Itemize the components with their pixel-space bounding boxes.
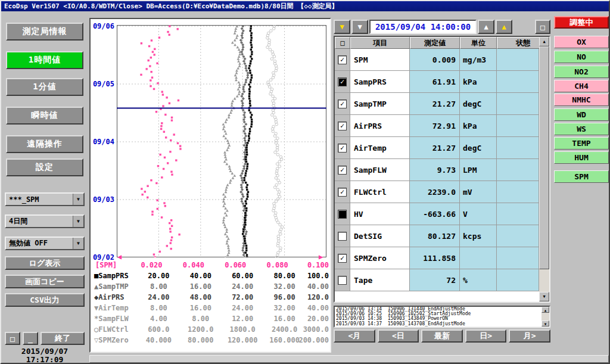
page-forward-button[interactable]: ▲ xyxy=(496,20,512,34)
current-date: 2015/09/07 xyxy=(5,347,85,356)
unit-label: kcps xyxy=(460,225,497,247)
status-item-no2[interactable]: NO2 xyxy=(554,66,609,78)
scroll-up-icon[interactable]: ▲ xyxy=(541,307,549,313)
unit-label: kPa xyxy=(460,115,497,137)
axis-scroll-right-icon[interactable]: ▶ xyxy=(319,253,323,260)
period-select[interactable]: 4日間 ▼ xyxy=(5,214,85,228)
adjust-mode-button[interactable]: 調整中 xyxy=(554,16,609,29)
sidebar-item-hourly-values[interactable]: 1時間値 xyxy=(6,51,83,69)
scroll-up-icon[interactable]: ▲ xyxy=(539,37,549,46)
row-checkbox[interactable]: ✓ xyxy=(338,188,347,197)
status-cell xyxy=(497,269,539,291)
status-item-ch4[interactable]: CH4 xyxy=(554,80,609,92)
log-scrollbar[interactable]: ▲ ▼ xyxy=(541,307,549,326)
screen-copy-button[interactable]: 画面コピー xyxy=(5,275,85,288)
item-name: DetSIG xyxy=(350,225,410,247)
status-item-temp[interactable]: TEMP xyxy=(554,137,609,150)
scroll-down-icon[interactable]: ▼ xyxy=(541,321,549,326)
legend-series-name: ▲SampTMP xyxy=(94,282,129,291)
status-item-ws[interactable]: WS xyxy=(554,123,609,135)
time-nav-bar: <月 <日 最新 日> 月> xyxy=(334,329,550,343)
legend-scale-value: 12.00 xyxy=(225,315,260,323)
status-item-spm[interactable]: SPM xyxy=(554,170,609,183)
table-row: ✓FLWCtrl2239.0mV xyxy=(335,181,549,203)
maximize-button[interactable]: □ xyxy=(5,332,20,345)
status-cell xyxy=(497,181,539,203)
table-row: ✓SampPRS61.91kPa xyxy=(335,71,549,93)
item-name: SPM xyxy=(350,49,410,71)
row-checkbox[interactable]: ✓ xyxy=(338,144,347,153)
checkbox-cell: ✓ xyxy=(335,159,350,181)
status-item-no[interactable]: NO xyxy=(554,51,609,63)
checkbox-cell: ✓ xyxy=(335,93,350,115)
item-name: AirPRS xyxy=(350,115,410,137)
status-item-wd[interactable]: WD xyxy=(554,108,609,121)
step-forward-button[interactable]: ▲ xyxy=(478,20,494,34)
x-axis-label: [SPM] xyxy=(95,261,117,269)
step-back-button[interactable]: ▼ xyxy=(351,20,368,34)
triangle-down-icon: ▼ xyxy=(357,23,362,30)
unit-label: V xyxy=(460,203,497,225)
measured-value: 9.73 xyxy=(410,159,460,181)
title-bar: EcoDsp Ver1507 <IO/A0.8/WDTM/Close> DB=A… xyxy=(1,1,609,11)
log-view-button[interactable]: ログ表示 xyxy=(5,256,85,270)
item-select[interactable]: ***_SPM ▼ xyxy=(5,192,85,206)
row-checkbox[interactable]: ✓ xyxy=(338,77,347,86)
measured-value: -663.66 xyxy=(410,203,460,225)
legend-series-name: ▽SPMZero xyxy=(94,336,129,344)
status-item-ox[interactable]: OX xyxy=(554,36,609,48)
page-back-button[interactable]: ▼ xyxy=(334,20,350,34)
checkbox-cell xyxy=(335,225,350,247)
row-checkbox[interactable] xyxy=(338,232,347,241)
chart-plot[interactable] xyxy=(117,25,326,257)
table-row: ✓AirTemp21.27degC xyxy=(335,137,549,159)
axis-scroll-left-icon[interactable]: ◀ xyxy=(117,253,122,260)
latest-button[interactable]: 最新 xyxy=(421,329,463,343)
row-checkbox[interactable] xyxy=(338,210,347,219)
measured-value: 80.127 xyxy=(410,225,460,247)
status-item-nmhc[interactable]: NMHC xyxy=(554,94,609,106)
status-cell xyxy=(497,137,539,159)
row-checkbox[interactable]: ✓ xyxy=(338,122,347,130)
row-checkbox[interactable] xyxy=(338,276,347,285)
sidebar-item-minute-values[interactable]: 1分値 xyxy=(6,78,83,96)
bottom-scrollbar[interactable] xyxy=(89,355,609,363)
legend-scale-value: 8.00 xyxy=(183,315,219,323)
month-forward-button[interactable]: 月> xyxy=(509,329,550,343)
header-value: 測定値 xyxy=(410,37,460,49)
item-name: SampPRS xyxy=(350,71,410,93)
exit-button[interactable]: 終了 xyxy=(41,332,85,345)
minimize-button[interactable]: _ xyxy=(23,332,38,345)
month-back-button[interactable]: <月 xyxy=(334,329,375,343)
day-back-button[interactable]: <日 xyxy=(378,329,419,343)
header-checkbox: □ xyxy=(335,37,350,49)
unit-label: mV xyxy=(460,181,497,203)
table-scrollbar[interactable]: ▲ ▼ xyxy=(539,37,549,301)
sidebar-item-instant-values[interactable]: 瞬時値 xyxy=(6,107,83,125)
selected-datetime: 2015/09/04 14:00:00 xyxy=(369,20,477,34)
legend-scale-value: 24.00 xyxy=(225,282,260,291)
scrollbar-thumb[interactable] xyxy=(539,46,549,269)
item-select-value: ***_SPM xyxy=(6,195,73,204)
x-axis-tick: 0.040 xyxy=(183,261,219,269)
checkbox-cell xyxy=(335,269,350,291)
detach-button[interactable]: □ xyxy=(535,20,550,34)
measured-value: 21.27 xyxy=(410,137,460,159)
sidebar-item-settings[interactable]: 設定 xyxy=(6,158,83,176)
invalid-value-select[interactable]: 無効値 OFF ▼ xyxy=(5,237,85,250)
row-checkbox[interactable]: ✓ xyxy=(338,254,347,263)
day-forward-button[interactable]: 日> xyxy=(465,329,507,343)
y-axis-label: 09/02 xyxy=(92,253,114,262)
sidebar-item-remote-control[interactable]: 遠隔操作 xyxy=(6,135,83,153)
row-checkbox[interactable]: ✓ xyxy=(338,55,347,64)
status-cell xyxy=(497,225,539,247)
sidebar-item-station-info[interactable]: 測定局情報 xyxy=(6,23,83,41)
row-checkbox[interactable]: ✓ xyxy=(338,99,347,108)
scroll-down-icon[interactable]: ▼ xyxy=(539,292,549,301)
legend-scale-value: 120.0 xyxy=(293,293,329,301)
row-checkbox[interactable]: ✓ xyxy=(338,166,347,175)
status-item-hum[interactable]: HUM xyxy=(554,151,609,164)
csv-export-button[interactable]: CSV出力 xyxy=(5,293,85,307)
checkbox-cell: ✓ xyxy=(335,49,350,71)
checkbox-cell: ✓ xyxy=(335,181,350,203)
